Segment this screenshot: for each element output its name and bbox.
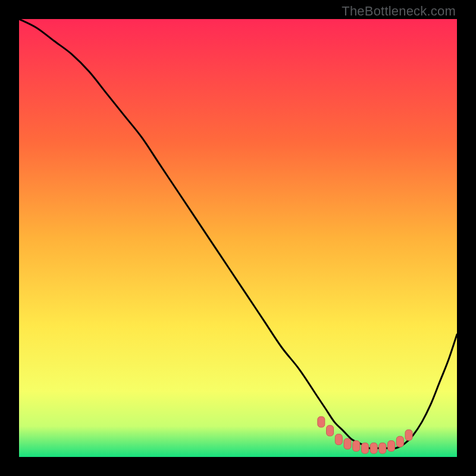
plot-svg bbox=[19, 19, 457, 457]
gradient-background bbox=[19, 19, 457, 457]
sweet-spot-marker bbox=[318, 416, 325, 427]
sweet-spot-marker bbox=[370, 443, 377, 453]
sweet-spot-marker bbox=[344, 439, 351, 449]
chart-frame: TheBottleneck.com bbox=[0, 0, 476, 476]
sweet-spot-marker bbox=[335, 434, 342, 445]
sweet-spot-marker bbox=[405, 430, 412, 440]
sweet-spot-marker bbox=[327, 425, 334, 436]
sweet-spot-marker bbox=[361, 443, 368, 453]
plot-area bbox=[19, 19, 457, 457]
sweet-spot-marker bbox=[379, 443, 386, 453]
watermark-text: TheBottleneck.com bbox=[342, 4, 456, 19]
sweet-spot-marker bbox=[396, 436, 403, 447]
sweet-spot-marker bbox=[353, 441, 360, 452]
sweet-spot-marker bbox=[388, 441, 395, 452]
